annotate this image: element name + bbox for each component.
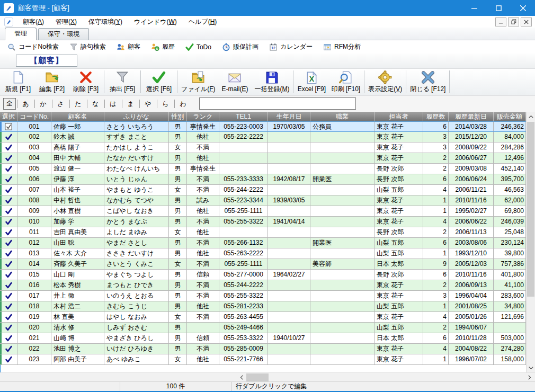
cell-sel[interactable]: [0, 195, 17, 206]
column-header-staff[interactable]: 担当者: [374, 112, 423, 121]
table-row[interactable]: 003高橋 陽子たかはし ようこ女不満東京 花子32008/09/22284,2…: [0, 142, 526, 153]
menu-item-4[interactable]: ヘルプ(H): [183, 16, 223, 28]
table-row[interactable]: 010加藤 学かとう まなぶ男不満055-255-33221941/04/14東…: [0, 217, 526, 227]
filter-kana-3[interactable]: た: [69, 99, 87, 109]
print-button[interactable]: 印刷 [F10]: [328, 69, 363, 95]
table-row[interactable]: 023阿部 由美子あべ ゆみこ女他社055-221-7766東京 花子11996…: [0, 354, 526, 365]
filter-kana-4[interactable]: な: [87, 99, 104, 109]
toolbar-item-code-search[interactable]: コードNo検索: [2, 40, 64, 54]
toolbar-item-rfm-analysis[interactable]: RFM分析: [318, 40, 366, 54]
email-button[interactable]: E-mail(E): [218, 69, 252, 95]
cell-sel[interactable]: [0, 354, 17, 364]
bulk-register-button[interactable]: 一括登録(M): [252, 69, 292, 95]
cell-sel[interactable]: [0, 280, 17, 290]
toolbar-item-phrase-search[interactable]: 語句検索: [64, 40, 111, 54]
table-row[interactable]: 022池田 博之いけだ ひろゆき男不満055-285-0009東京 花子4200…: [0, 344, 526, 354]
cell-sel[interactable]: [0, 217, 17, 227]
cell-sel[interactable]: [0, 333, 17, 343]
filter-kana-8[interactable]: ら: [157, 99, 174, 109]
column-header-histDate[interactable]: 履歴最新日: [449, 112, 494, 121]
delete-button[interactable]: 削除 [F3]: [69, 69, 103, 95]
toolbar-item-promotion-plan[interactable]: 販促計画: [217, 40, 264, 54]
table-row[interactable]: 006伊藤 淳いとう じゅん男不満055-233-33331942/08/17開…: [0, 174, 526, 185]
table-row[interactable]: 011吉田 真由美よしだ まゆみ女他社長野 次郎22006/11/1325,04…: [0, 227, 526, 238]
display-settings-button[interactable]: 表示設定(V): [365, 69, 405, 95]
table-row[interactable]: 014斉藤 久美子さいとう くみこ女不満055-255-1111美容師日本 太郎…: [0, 259, 526, 270]
extract-button[interactable]: 抽出 [F5]: [105, 69, 139, 95]
table-row[interactable]: 016松本 秀樹まつもと ひでき男不満055-244-2222東京 花子2200…: [0, 280, 526, 291]
cell-sel[interactable]: [0, 142, 17, 153]
filter-kana-7[interactable]: や: [139, 99, 157, 109]
menu-item-1[interactable]: 管理(X): [50, 16, 83, 28]
scroll-up-icon[interactable]: [527, 112, 535, 121]
new-button[interactable]: 新規 [F1]: [1, 69, 35, 95]
file-button[interactable]: ファイル(F): [179, 69, 218, 95]
cell-sel[interactable]: [0, 248, 17, 259]
search-input[interactable]: [199, 97, 356, 110]
cell-sel[interactable]: [0, 301, 17, 311]
column-header-kana[interactable]: ふりがな: [104, 112, 169, 121]
vertical-scroll-thumb[interactable]: [527, 122, 534, 297]
column-header-birth[interactable]: 生年月日: [268, 112, 310, 121]
filter-kana-2[interactable]: さ: [52, 99, 69, 109]
cell-sel[interactable]: [0, 312, 17, 322]
table-row[interactable]: 019林 直美はやし なおみ女不満055-263-4455東京 花子42005/…: [0, 312, 526, 323]
cell-sel[interactable]: [0, 227, 17, 237]
cell-sel[interactable]: [0, 153, 17, 163]
filter-kana-6[interactable]: ま: [122, 99, 139, 109]
cell-sel[interactable]: [0, 270, 17, 280]
cell-sel[interactable]: [0, 174, 17, 184]
horizontal-scrollbar[interactable]: [0, 372, 535, 381]
cell-sel[interactable]: [0, 259, 17, 269]
table-row[interactable]: 002鈴木 誠すずき まこと男他社055-222-2222東京 花子32015/…: [0, 132, 526, 142]
close-button[interactable]: 閉じる [F12]: [407, 69, 448, 95]
toolbar-item-todo[interactable]: ToDo: [180, 40, 217, 54]
cell-sel[interactable]: [0, 323, 17, 333]
cell-sel[interactable]: [0, 344, 17, 354]
toolbar-item-history[interactable]: $履歴: [146, 40, 180, 54]
table-row[interactable]: 004田中 大輔たなか だいすけ男他社東京 花子22006/06/2712,49…: [0, 153, 526, 164]
mdi-close-button[interactable]: [521, 17, 532, 26]
column-header-sales[interactable]: 販売金額: [494, 112, 526, 121]
horizontal-scroll-thumb[interactable]: [246, 373, 269, 381]
cell-sel[interactable]: [0, 291, 17, 301]
filter-all-button[interactable]: 全: [3, 98, 16, 110]
table-row[interactable]: 021山﨑 博やまざき ひろし男信頼055-253-33221940/10/27…: [0, 333, 526, 344]
cell-sel[interactable]: [0, 122, 17, 131]
cell-sel[interactable]: [0, 164, 17, 174]
column-header-sel[interactable]: 選択: [0, 112, 17, 121]
table-row[interactable]: 018木村 浩二きむら こうじ男他社055-281-2233山梨 五郎12001…: [0, 301, 526, 312]
filter-kana-0[interactable]: あ: [17, 99, 34, 109]
column-header-code[interactable]: コードNo.: [17, 112, 51, 121]
toolbar-item-calendar[interactable]: 12カレンダー: [264, 40, 318, 54]
vertical-scrollbar[interactable]: [526, 112, 535, 372]
table-row[interactable]: 007山本 裕子やまもと ゆうこ女不満055-244-2222山梨 五郎4200…: [0, 185, 526, 195]
table-row[interactable]: 009小林 直樹こばやし なおき男他社055-255-1111東京 花子1199…: [0, 206, 526, 217]
scroll-left-icon[interactable]: [237, 373, 246, 382]
filter-kana-1[interactable]: か: [34, 99, 52, 109]
tab-1[interactable]: 保守・環境: [38, 28, 89, 40]
table-row[interactable]: 017井上 徹いのうえ とおる男不満055-255-3322東京 花子31996…: [0, 291, 526, 301]
select-button[interactable]: 選択 [F6]: [142, 69, 176, 95]
table-row[interactable]: 001佐藤 一郎さとう いちろう男事情発生055-223-00031970/03…: [0, 121, 526, 132]
cell-sel[interactable]: [0, 238, 17, 248]
maximize-button[interactable]: [486, 0, 511, 16]
table-row[interactable]: 020清水 修しみず おさむ男055-249-4466山梨 五郎21994/06…: [0, 323, 526, 333]
table-row[interactable]: 008中村 哲也なかむら てつや男試み055-223-33441939/03/0…: [0, 195, 526, 206]
column-header-hist[interactable]: 履歴数: [423, 112, 449, 121]
filter-kana-5[interactable]: は: [104, 99, 122, 109]
table-row[interactable]: 012山田 聡やまだ さとし男不満055-266-1132開業医山梨 五郎620…: [0, 238, 526, 248]
minimize-button[interactable]: [462, 0, 486, 16]
column-header-gender[interactable]: 性別: [169, 112, 187, 121]
toolbar-item-customer[interactable]: 顧客: [111, 40, 146, 54]
tab-0[interactable]: 管理: [5, 28, 37, 40]
close-window-button[interactable]: [511, 0, 535, 16]
mdi-minimize-button[interactable]: [495, 17, 506, 26]
column-header-rank[interactable]: ランク: [187, 112, 219, 121]
cell-sel[interactable]: [0, 132, 17, 142]
column-header-job[interactable]: 職業: [310, 112, 374, 121]
column-header-name[interactable]: 顧客名: [51, 112, 104, 121]
table-row[interactable]: 015山口 剛やまぐち つよし男信頼055-277-00001964/02/27…: [0, 270, 526, 280]
edit-button[interactable]: 編集 [F2]: [35, 69, 69, 95]
filter-kana-9[interactable]: わ: [174, 99, 192, 109]
